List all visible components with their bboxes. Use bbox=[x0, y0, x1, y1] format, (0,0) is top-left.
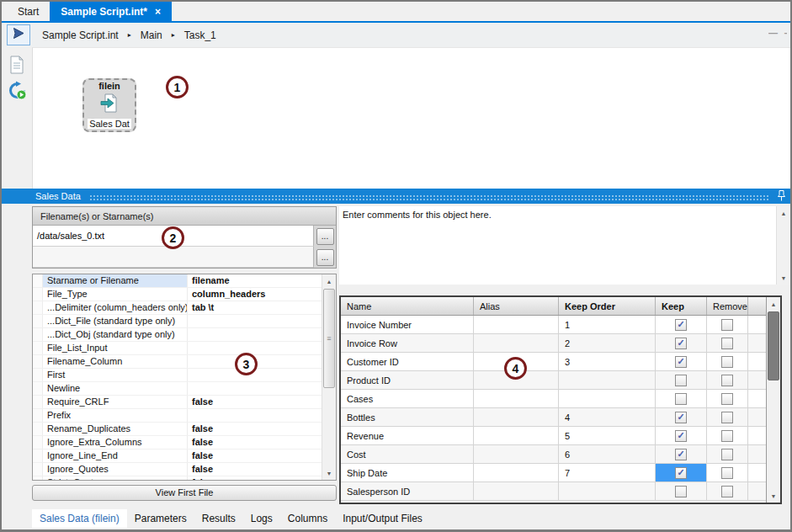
name-cell[interactable]: Revenue bbox=[341, 427, 474, 444]
property-value[interactable] bbox=[188, 342, 322, 354]
bottom-tab-logs[interactable]: Logs bbox=[243, 509, 280, 528]
alias-cell[interactable] bbox=[474, 482, 559, 500]
property-row[interactable]: ...Delimiter (column_headers only)tab \t bbox=[33, 301, 322, 315]
table-row[interactable]: Salesperson ID bbox=[341, 482, 766, 501]
table-row[interactable]: Customer ID3✓ bbox=[341, 353, 766, 371]
property-value[interactable]: false bbox=[188, 436, 322, 449]
remove-cell[interactable] bbox=[707, 427, 748, 444]
property-value[interactable]: column_headers bbox=[188, 288, 322, 301]
keep-cell[interactable]: ✓ bbox=[656, 316, 707, 333]
name-cell[interactable]: Invoice Number bbox=[341, 316, 474, 333]
remove-cell[interactable] bbox=[707, 316, 748, 333]
tab-sample-script[interactable]: Sample Script.int* × bbox=[50, 2, 172, 21]
property-row[interactable]: ...Dict_Obj (standard type only) bbox=[33, 328, 322, 342]
breadcrumb-main[interactable]: Main bbox=[139, 29, 164, 41]
table-row[interactable]: Cases bbox=[341, 390, 766, 408]
scroll-down-icon[interactable]: ▼ bbox=[322, 466, 336, 480]
alias-cell[interactable] bbox=[474, 390, 559, 407]
keep-order-cell[interactable]: 1 bbox=[559, 316, 656, 333]
remove-cell[interactable] bbox=[707, 482, 748, 500]
keep-cell[interactable]: ✓ bbox=[656, 353, 707, 370]
name-cell[interactable]: Bottles bbox=[341, 408, 474, 426]
property-row[interactable]: Filename_Column bbox=[33, 355, 322, 369]
remove-cell[interactable] bbox=[707, 353, 748, 370]
object-panel-header[interactable]: Sales Data bbox=[2, 189, 790, 204]
property-grid-scrollbar[interactable]: ▲ ≡ ▼ bbox=[322, 274, 336, 480]
pin-icon[interactable] bbox=[778, 190, 785, 203]
table-row[interactable]: Ship Date7✓ bbox=[341, 464, 766, 482]
keep-cell[interactable] bbox=[656, 482, 707, 500]
keep-checkbox[interactable]: ✓ bbox=[675, 467, 687, 479]
property-value[interactable] bbox=[188, 328, 322, 341]
run-button[interactable] bbox=[7, 24, 30, 45]
keep-checkbox[interactable]: ✓ bbox=[675, 319, 687, 331]
property-row[interactable]: Prefix bbox=[33, 409, 322, 423]
keep-cell[interactable]: ✓ bbox=[656, 464, 707, 481]
flow-canvas[interactable]: filein Sales Dat bbox=[32, 47, 790, 189]
keep-order-cell[interactable] bbox=[559, 390, 656, 407]
property-value[interactable]: false bbox=[188, 423, 322, 435]
alias-cell[interactable] bbox=[474, 427, 559, 444]
keep-order-cell[interactable] bbox=[559, 482, 656, 500]
remove-checkbox[interactable] bbox=[721, 430, 733, 442]
remove-cell[interactable] bbox=[707, 334, 748, 352]
table-row[interactable]: Bottles4✓ bbox=[341, 408, 766, 427]
bottom-tab-columns[interactable]: Columns bbox=[280, 509, 335, 528]
property-row[interactable]: Starname or Filenamefilename bbox=[33, 274, 322, 288]
remove-checkbox[interactable] bbox=[721, 393, 733, 405]
remove-cell[interactable] bbox=[707, 390, 748, 407]
scroll-up-icon[interactable]: ▲ bbox=[767, 297, 780, 311]
property-value[interactable] bbox=[188, 315, 322, 327]
alias-cell[interactable] bbox=[474, 408, 559, 426]
remove-checkbox[interactable] bbox=[721, 467, 733, 479]
remove-checkbox[interactable] bbox=[721, 338, 733, 349]
column-header[interactable]: Alias bbox=[474, 297, 559, 315]
document-icon[interactable] bbox=[6, 54, 28, 76]
remove-cell[interactable] bbox=[707, 371, 748, 389]
property-row[interactable]: Ignore_Extra_Columnsfalse bbox=[33, 436, 322, 450]
remove-cell[interactable] bbox=[707, 445, 748, 463]
name-cell[interactable]: Cases bbox=[341, 390, 474, 407]
remove-checkbox[interactable] bbox=[721, 449, 733, 460]
scroll-up-icon[interactable]: ▲ bbox=[322, 274, 336, 288]
keep-checkbox[interactable]: ✓ bbox=[675, 338, 687, 349]
keep-order-cell[interactable]: 5 bbox=[559, 427, 656, 444]
rerun-icon[interactable] bbox=[6, 79, 28, 101]
keep-order-cell[interactable]: 6 bbox=[559, 445, 656, 463]
property-value[interactable]: tab \t bbox=[188, 301, 322, 314]
close-icon[interactable]: × bbox=[155, 6, 161, 18]
bottom-tab-sales-data-filein-[interactable]: Sales Data (filein) bbox=[32, 509, 127, 528]
keep-cell[interactable]: ✓ bbox=[656, 427, 707, 444]
name-cell[interactable]: Product ID bbox=[341, 371, 474, 389]
property-row[interactable]: Newline bbox=[33, 382, 322, 396]
remove-checkbox[interactable] bbox=[721, 356, 733, 368]
alias-cell[interactable] bbox=[474, 316, 559, 333]
alias-cell[interactable] bbox=[474, 334, 559, 352]
name-cell[interactable]: Customer ID bbox=[341, 353, 474, 370]
keep-order-cell[interactable]: 4 bbox=[559, 408, 656, 426]
bottom-tab-results[interactable]: Results bbox=[194, 509, 243, 528]
keep-order-cell[interactable]: 7 bbox=[559, 464, 656, 481]
table-row[interactable]: Invoice Number1✓ bbox=[341, 316, 766, 334]
name-cell[interactable]: Cost bbox=[341, 445, 474, 463]
remove-checkbox[interactable] bbox=[721, 319, 733, 331]
scrollbar-thumb[interactable] bbox=[768, 311, 779, 380]
scroll-down-icon[interactable]: ▼ bbox=[767, 489, 780, 503]
property-row[interactable]: File_List_Input bbox=[33, 342, 322, 355]
keep-cell[interactable]: ✓ bbox=[656, 445, 707, 463]
keep-cell[interactable]: ✓ bbox=[656, 408, 707, 426]
browse-button[interactable]: ... bbox=[316, 228, 334, 245]
alias-cell[interactable] bbox=[474, 464, 559, 481]
keep-cell[interactable]: ✓ bbox=[656, 334, 707, 352]
property-row[interactable]: Ignore_Quotesfalse bbox=[33, 463, 322, 476]
column-header[interactable]: Remove bbox=[707, 297, 748, 315]
collapse-dash-icon[interactable]: —— bbox=[768, 30, 787, 35]
property-row[interactable]: First bbox=[33, 369, 322, 382]
remove-checkbox[interactable] bbox=[721, 375, 733, 386]
remove-cell[interactable] bbox=[707, 408, 748, 426]
keep-order-cell[interactable]: 3 bbox=[559, 353, 656, 370]
keep-checkbox[interactable]: ✓ bbox=[675, 412, 687, 423]
comments-text[interactable]: Enter comments for this object here. bbox=[339, 206, 776, 285]
property-value[interactable]: false bbox=[188, 463, 322, 476]
keep-checkbox[interactable] bbox=[675, 375, 687, 386]
